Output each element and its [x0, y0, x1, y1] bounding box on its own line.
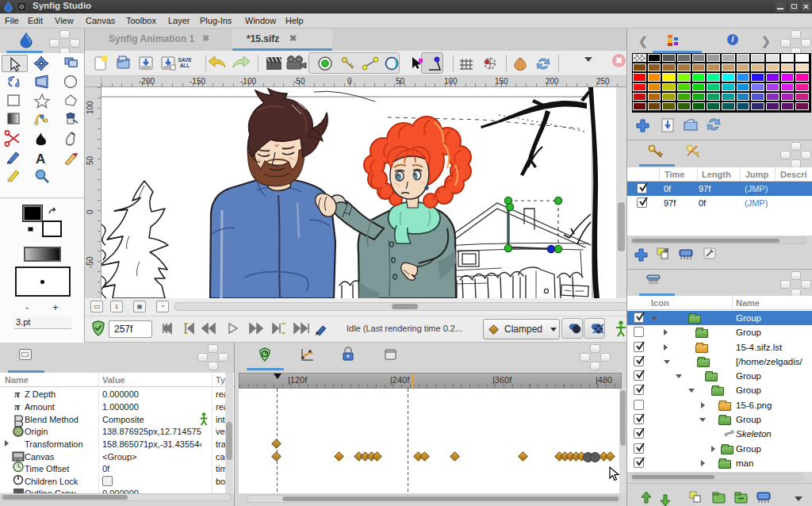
- svg-text:π: π: [14, 401, 21, 412]
- svg-text:A: A: [36, 151, 45, 167]
- svg-text:ALL: ALL: [180, 63, 190, 68]
- svg-text:π: π: [14, 388, 21, 400]
- svg-text:SAVE: SAVE: [178, 57, 192, 63]
